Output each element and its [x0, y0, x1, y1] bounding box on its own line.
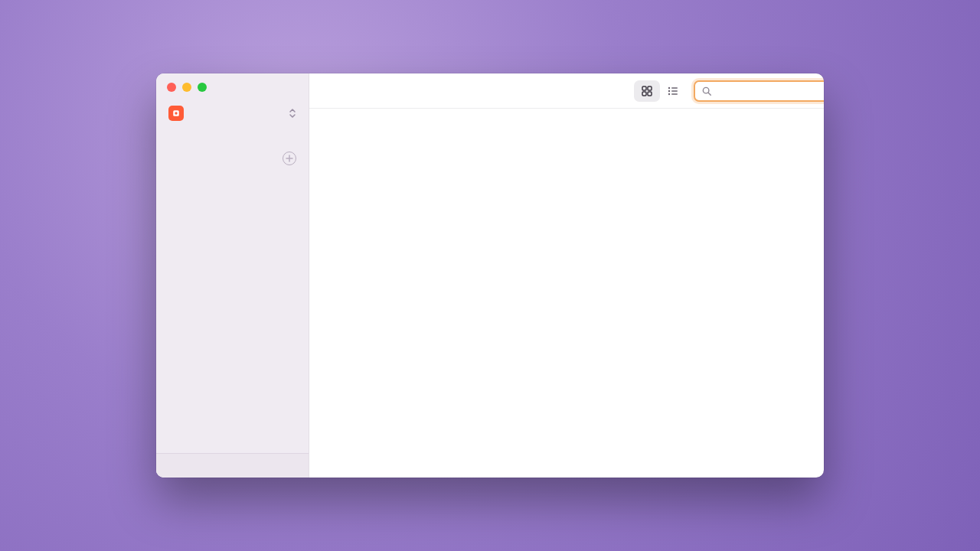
close-window-button[interactable] [167, 83, 176, 92]
view-segmented-control [634, 80, 686, 102]
window-controls [156, 73, 309, 98]
svg-rect-11 [671, 93, 678, 95]
sidebar-scroll [156, 130, 309, 453]
svg-rect-3 [648, 86, 652, 90]
grid-view-button[interactable] [634, 80, 660, 102]
svg-point-6 [668, 86, 670, 88]
svg-rect-9 [671, 90, 678, 92]
documents-grid [309, 109, 824, 478]
app-window [156, 73, 824, 478]
svg-rect-7 [671, 87, 678, 89]
main-panel [309, 73, 824, 478]
sidebar [156, 73, 309, 478]
svg-point-10 [668, 93, 670, 94]
search-field[interactable] [694, 80, 824, 102]
add-project-button[interactable] [283, 152, 296, 165]
workspace-header [161, 130, 304, 142]
list-view-button[interactable] [660, 80, 686, 102]
toolbar [309, 73, 824, 109]
team-badge-icon [168, 106, 184, 121]
chevron-up-down-icon [289, 108, 296, 119]
zoom-window-button[interactable] [198, 83, 207, 92]
search-input[interactable] [717, 85, 824, 96]
svg-point-8 [668, 90, 670, 91]
svg-point-1 [175, 112, 177, 114]
search-icon [701, 86, 712, 96]
svg-rect-5 [648, 92, 652, 96]
svg-rect-2 [642, 86, 646, 90]
svg-rect-4 [642, 92, 646, 96]
projects-header [161, 142, 304, 168]
open-local-document-button[interactable] [156, 453, 309, 478]
minimize-window-button[interactable] [182, 83, 191, 92]
team-switcher[interactable] [161, 101, 304, 126]
